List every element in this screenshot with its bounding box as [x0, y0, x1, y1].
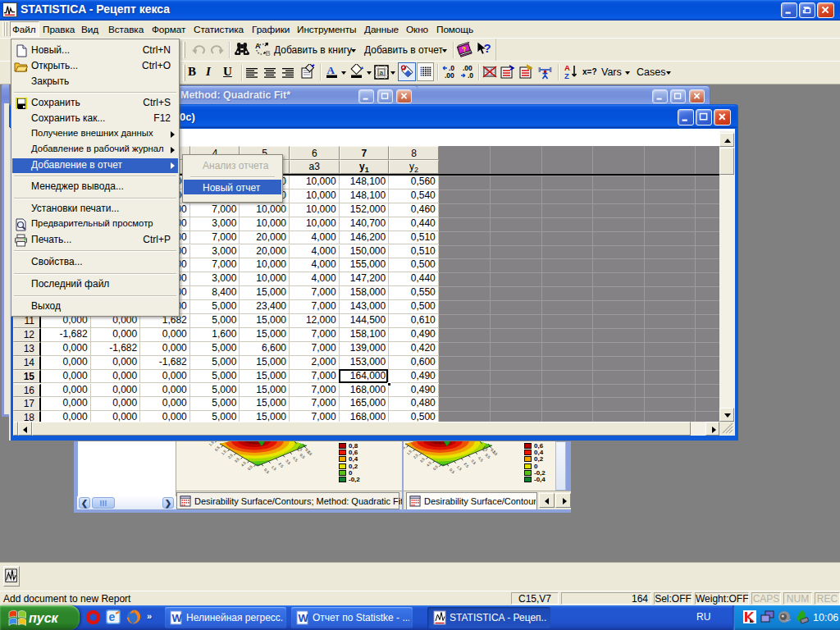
- svg-text:1,5: 1,5: [271, 465, 277, 472]
- svg-text:.0: .0: [468, 71, 473, 80]
- svg-text:0,5: 0,5: [485, 453, 491, 459]
- svg-text:4,5: 4,5: [426, 460, 432, 467]
- svg-text:a: a: [380, 69, 384, 76]
- svg-text:.00: .00: [445, 71, 454, 80]
- svg-text:3,5: 3,5: [285, 459, 291, 465]
- svg-text:0,5: 0,5: [263, 468, 270, 474]
- svg-text:2,5: 2,5: [227, 453, 234, 459]
- svg-text:2,5: 2,5: [463, 462, 469, 468]
- svg-text:e: e: [109, 610, 116, 623]
- svg-text:0,5: 0,5: [449, 468, 455, 474]
- svg-text:0,5: 0,5: [214, 445, 221, 452]
- svg-text:3,5: 3,5: [470, 459, 477, 465]
- svg-text:W: W: [172, 612, 183, 624]
- svg-text:Z: Z: [564, 71, 569, 80]
- svg-text:1,5: 1,5: [406, 449, 413, 455]
- svg-text:4,5: 4,5: [477, 456, 484, 463]
- svg-text:4,5: 4,5: [292, 456, 299, 463]
- svg-text:B: B: [266, 49, 271, 57]
- svg-text:A: A: [327, 64, 336, 76]
- svg-text:0,5: 0,5: [432, 464, 439, 471]
- svg-text:3,5: 3,5: [234, 457, 240, 463]
- svg-text:4,5: 4,5: [240, 460, 247, 467]
- svg-text:0,5: 0,5: [247, 464, 253, 471]
- svg-text:0,5: 0,5: [404, 445, 406, 452]
- svg-text:3,5: 3,5: [419, 457, 426, 463]
- svg-text:2,5: 2,5: [277, 462, 284, 468]
- svg-text:1,5: 1,5: [456, 465, 463, 472]
- svg-text:1,5: 1,5: [208, 441, 215, 447]
- svg-text:0,5: 0,5: [299, 453, 306, 459]
- svg-text:2,5: 2,5: [413, 453, 419, 459]
- svg-text:1,5: 1,5: [221, 449, 227, 455]
- svg-text:пуск: пуск: [29, 611, 59, 625]
- svg-text:W: W: [299, 612, 309, 624]
- svg-text:?: ?: [484, 41, 491, 55]
